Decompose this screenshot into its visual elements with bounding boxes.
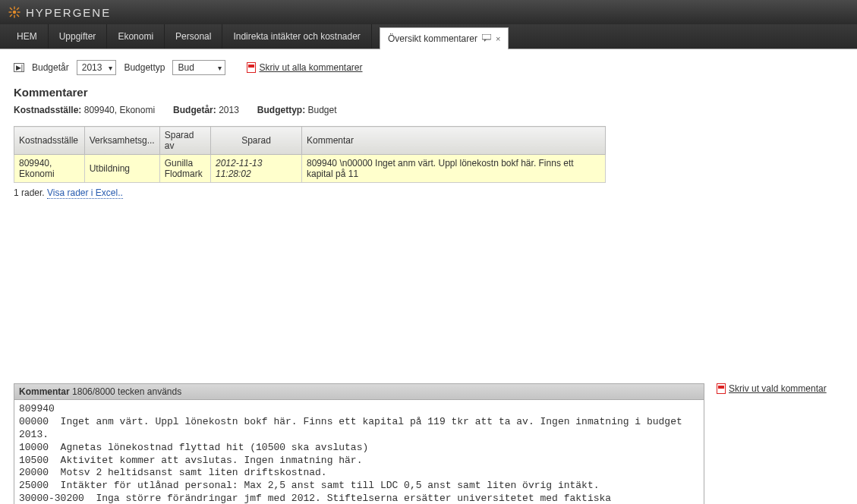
jump-end-icon[interactable]: ▶| (14, 63, 24, 72)
tab-label: Indirekta intäkter och kostnader (233, 31, 360, 42)
filter-toolbar: ▶| Budgetår 2013 Budgettyp Bud Skriv ut … (14, 60, 843, 75)
tab-label: Ekonomi (118, 31, 153, 42)
col-kostnadsstalle[interactable]: Kostnadsställe (14, 127, 85, 155)
cell-verksamhet: Utbildning (84, 155, 159, 183)
budgetar-select[interactable]: 2013 (77, 60, 117, 75)
print-selected-button[interactable]: Skriv ut vald kommentar (717, 383, 827, 394)
tab-hem[interactable]: HEM (6, 24, 49, 49)
tab-label: Uppgifter (59, 31, 96, 42)
page-title: Kommentarer (14, 86, 843, 99)
tab-label: Personal (175, 31, 211, 42)
comment-header: Kommentar 1806/8000 tecken används (14, 383, 704, 400)
detail-area: Kommentar 1806/8000 tecken används 80994… (0, 383, 857, 504)
close-icon[interactable]: × (496, 34, 500, 43)
link-label: Skriv ut vald kommentar (729, 383, 827, 394)
col-kommentar[interactable]: Kommentar (302, 127, 606, 155)
col-sparad[interactable]: Sparad (211, 127, 302, 155)
link-label: Skriv ut alla kommentarer (259, 62, 362, 73)
pdf-icon (247, 62, 256, 73)
comment-header-label: Kommentar (19, 386, 70, 397)
cell-kommentar: 809940 \n00000 Inget anm värt. Uppl löne… (302, 155, 606, 183)
svg-line-6 (17, 14, 19, 17)
logo-icon (8, 5, 21, 19)
svg-rect-9 (482, 34, 491, 39)
svg-line-5 (10, 8, 12, 10)
cell-sparad-av: Gunilla Flodmark (159, 155, 210, 183)
cell-sparad: 2012-11-13 11:28:02 (211, 155, 302, 183)
pdf-icon (717, 383, 726, 394)
row-count: 1 rader. (14, 187, 45, 198)
side-actions: Skriv ut vald kommentar (717, 383, 827, 504)
svg-line-7 (17, 8, 19, 10)
budgetar-label: Budgetår (32, 62, 69, 73)
budgettyp-label: Budgettyp (124, 62, 165, 73)
table-header-row: Kostnadsställe Verksamhetsg... Sparad av… (14, 127, 606, 155)
budgettyp-select[interactable]: Bud (172, 60, 225, 75)
meta-budgettyp: Budgettyp: Budget (257, 105, 337, 115)
tab-label: Översikt kommentarer (388, 33, 477, 44)
meta-budgetar: Budgetår: 2013 (173, 105, 239, 115)
main-tabbar: HEM Uppgifter Ekonomi Personal Indirekta… (0, 24, 857, 49)
col-verksamhetsg[interactable]: Verksamhetsg... (84, 127, 159, 155)
svg-line-8 (10, 14, 12, 17)
print-all-button[interactable]: Skriv ut alla kommentarer (247, 62, 362, 73)
app-header: HYPERGENE (0, 0, 857, 24)
comment-icon (482, 33, 491, 44)
tab-label: HEM (17, 31, 37, 42)
select-value: 2013 (82, 62, 102, 73)
comments-table: Kostnadsställe Verksamhetsg... Sparad av… (14, 126, 606, 183)
svg-point-0 (13, 11, 17, 14)
cell-kostnad: 809940, Ekonomi (14, 155, 85, 183)
tab-ekonomi[interactable]: Ekonomi (107, 24, 165, 49)
comment-body[interactable]: 809940 00000 Inget anm värt. Uppl löneko… (14, 400, 704, 504)
content-area: ▶| Budgetår 2013 Budgettyp Bud Skriv ut … (0, 49, 857, 201)
select-value: Bud (178, 62, 194, 73)
table-row[interactable]: 809940, Ekonomi Utbildning Gunilla Flodm… (14, 155, 606, 183)
tab-uppgifter[interactable]: Uppgifter (49, 24, 108, 49)
meta-row: Kostnadsställe: 809940, Ekonomi Budgetår… (14, 105, 843, 115)
comment-char-count: 1806/8000 tecken används (72, 386, 181, 397)
show-in-excel-link[interactable]: Visa rader i Excel.. (47, 187, 123, 199)
col-sparad-av[interactable]: Sparad av (159, 127, 210, 155)
tab-oversikt-kommentarer[interactable]: Översikt kommentarer × (380, 27, 509, 49)
tab-personal[interactable]: Personal (165, 24, 222, 49)
tab-indirekta[interactable]: Indirekta intäkter och kostnader (222, 24, 371, 49)
brand-name: HYPERGENE (26, 6, 111, 19)
comment-pane: Kommentar 1806/8000 tecken används 80994… (14, 383, 704, 504)
meta-kostnad: Kostnadsställe: 809940, Ekonomi (14, 105, 155, 115)
table-footer: 1 rader. Visa rader i Excel.. (14, 187, 843, 198)
